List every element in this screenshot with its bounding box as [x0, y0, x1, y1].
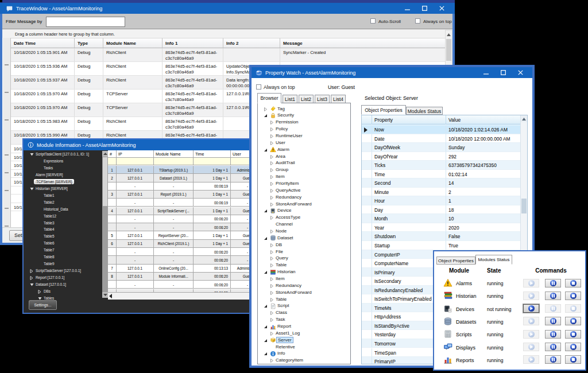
pw-tree-item-class[interactable]: Class: [258, 310, 350, 317]
mi-tree-item-table3[interactable]: Table3: [25, 220, 102, 227]
pw-tree-item-redundancy[interactable]: Redundancy: [258, 282, 350, 289]
collapsed-arrow-icon[interactable]: [264, 107, 268, 111]
play-button[interactable]: [523, 317, 539, 325]
property-row-day[interactable]: Day18: [362, 205, 520, 215]
pw-tree-item-group[interactable]: Group: [258, 167, 350, 174]
stop-button[interactable]: [565, 355, 581, 364]
expanded-arrow-icon[interactable]: [264, 114, 268, 118]
play-button[interactable]: [523, 279, 539, 287]
expanded-arrow-icon[interactable]: [264, 339, 268, 343]
pw-tree-item-item[interactable]: Item: [258, 276, 350, 283]
maximize-button[interactable]: [416, 3, 433, 14]
column-header-num[interactable]: #: [108, 150, 117, 158]
tw-always-on-top-checkbox[interactable]: [415, 18, 420, 24]
collapsed-arrow-icon[interactable]: [270, 216, 274, 220]
mi-tree-item-alarm-server-[interactable]: Alarm [SERVER]: [25, 172, 102, 178]
minimize-button[interactable]: [399, 3, 416, 14]
tab-modules-status[interactable]: Modules Status: [406, 107, 443, 115]
property-row-dayofyear[interactable]: DayOfYear292: [362, 152, 520, 161]
collapsed-arrow-icon[interactable]: [30, 269, 33, 273]
mi-tree-item-table4[interactable]: Table4: [25, 226, 102, 233]
expanded-arrow-icon[interactable]: [30, 153, 34, 156]
column-header-type[interactable]: Type: [75, 38, 103, 48]
scrollbar-thumb[interactable]: [103, 157, 107, 206]
mi-tree-item-scripttaskclient-127-0-0-1-id-1-[interactable]: ScriptTaskClient [127.0.0.1, ID: 1]: [25, 151, 102, 158]
mi-tree-item-tcpserver-server-[interactable]: TCPServer [SERVER]: [25, 178, 102, 185]
property-row-startup[interactable]: StartupTrue: [362, 241, 520, 250]
scroll-up-icon[interactable]: [446, 31, 451, 38]
column-header-time[interactable]: Time: [194, 150, 231, 158]
collapsed-arrow-icon[interactable]: [270, 155, 274, 159]
collapsed-arrow-icon[interactable]: [270, 196, 274, 200]
property-row-second[interactable]: Second14: [362, 178, 520, 188]
tab-list1[interactable]: List1: [283, 95, 297, 103]
pw-tree-item-historian[interactable]: Historian: [258, 269, 350, 276]
collapsed-arrow-icon[interactable]: [270, 291, 274, 295]
mi-tree-item-table12[interactable]: Table12: [25, 213, 102, 220]
pw-tree-item-security[interactable]: Security: [258, 112, 350, 119]
module-settings-button[interactable]: Settings...: [29, 300, 57, 310]
property-row-time[interactable]: Time01:02:14: [362, 170, 520, 179]
maximize-button[interactable]: [494, 67, 512, 78]
tab-list3[interactable]: List3: [315, 95, 330, 103]
property-row-minute[interactable]: Minute2: [362, 188, 520, 197]
pw-tree-item-priorityitem[interactable]: PriorityItem: [258, 180, 350, 187]
collapsed-arrow-icon[interactable]: [270, 311, 274, 315]
scroll-up-icon[interactable]: [521, 115, 527, 122]
filter-message-input[interactable]: [46, 17, 125, 27]
pw-tree-item-item[interactable]: Item: [258, 174, 350, 181]
play-button[interactable]: [523, 343, 539, 351]
mi-tree-item-expressions[interactable]: Expressions: [25, 158, 102, 165]
trace-window-titlebar[interactable]: TraceWindow - AssetAlarmMonitoring: [0, 3, 455, 14]
mi-tree-item-table5[interactable]: Table5: [25, 233, 102, 240]
pw-tree-item-channel[interactable]: Channel: [258, 222, 350, 228]
collapsed-arrow-icon[interactable]: [270, 168, 274, 172]
pw-tree-item-user[interactable]: User: [258, 139, 350, 146]
filter-cell[interactable]: [194, 158, 231, 165]
mi-tree-item-dataset-127-0-0-1-[interactable]: Dataset [127.0.0.1]: [25, 281, 102, 288]
collapsed-arrow-icon[interactable]: [270, 277, 274, 281]
stop-button[interactable]: [565, 317, 581, 325]
column-header-info-2[interactable]: Info 2: [223, 38, 280, 48]
scroll-down-icon[interactable]: [102, 292, 108, 298]
pause-button[interactable]: [545, 330, 561, 339]
collapsed-arrow-icon[interactable]: [270, 250, 274, 254]
collapsed-arrow-icon[interactable]: [38, 290, 41, 294]
mi-tree-item-table9[interactable]: Table9: [25, 261, 102, 267]
stop-button[interactable]: [565, 330, 581, 339]
expanded-arrow-icon[interactable]: [264, 236, 268, 240]
collapsed-arrow-icon[interactable]: [270, 161, 274, 165]
tab-browser[interactable]: Browser: [257, 93, 281, 103]
column-header-date-time[interactable]: Date Time: [11, 38, 75, 48]
collapsed-arrow-icon[interactable]: [270, 203, 274, 207]
expanded-arrow-icon[interactable]: [264, 352, 268, 356]
pw-tree-item-storeandforward[interactable]: StoreAndForward: [258, 201, 350, 208]
collapsed-arrow-icon[interactable]: [270, 359, 274, 363]
filter-cell[interactable]: [117, 158, 154, 165]
auto-scroll-checkbox[interactable]: [370, 18, 376, 24]
collapsed-arrow-icon[interactable]: [30, 276, 33, 280]
play-button[interactable]: [523, 330, 539, 339]
pw-tree-item-storeandforward[interactable]: StoreAndForward: [258, 289, 350, 296]
pw-tree-item-script[interactable]: Script: [258, 303, 350, 310]
pw-tree-item-accesstype[interactable]: AccessType: [258, 215, 350, 222]
collapsed-arrow-icon[interactable]: [270, 182, 274, 186]
collapsed-arrow-icon[interactable]: [270, 298, 274, 302]
pw-tree-item-info[interactable]: Info: [258, 351, 350, 358]
stop-button[interactable]: [565, 343, 581, 351]
filter-cell[interactable]: [154, 158, 194, 165]
property-row-now[interactable]: Now10/18/2020 1:02:14.026 AM: [362, 125, 520, 134]
pw-tree-item-dataset[interactable]: Dataset: [258, 235, 350, 242]
play-button[interactable]: [523, 304, 539, 313]
pw-tree-item-redundancy[interactable]: Redundancy: [258, 194, 350, 201]
play-button[interactable]: [523, 292, 539, 300]
mi-tree-item-dbs[interactable]: DBs: [25, 288, 102, 295]
mi-tree-item-tasks[interactable]: Tasks: [25, 165, 102, 172]
tab-list4[interactable]: List4: [331, 95, 346, 103]
property-watch-titlebar[interactable]: Property Watch - AssetAlarmMonitoring: [252, 67, 532, 78]
group-by-band[interactable]: Drag a column header here to group by th…: [2, 29, 452, 38]
collapsed-arrow-icon[interactable]: [270, 230, 274, 234]
mi-tree-item-table2[interactable]: Table2: [25, 199, 102, 206]
close-button[interactable]: [512, 67, 529, 78]
tab-list2[interactable]: List2: [299, 95, 314, 103]
